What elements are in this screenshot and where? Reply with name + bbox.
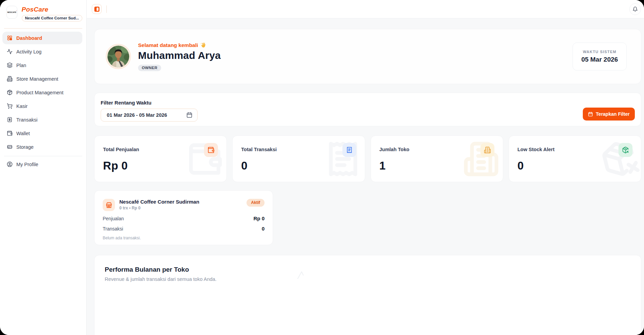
receipt-dollar-icon [7,117,13,123]
stat-label: Low Stock Alert [518,147,632,152]
topbar [87,0,644,18]
sidebar-item-transaksi[interactable]: Transaksi [2,113,82,126]
stat-card-low-stock-alert: Low Stock Alert 0 [509,135,641,182]
active-store-pill[interactable]: Nescafé Coffee Corner Sud... [22,15,82,21]
nescafe-logo: NESCAFE [6,6,17,19]
sidebar-item-label: Transaksi [16,117,37,123]
sidebar-item-label: Dashboard [16,35,42,41]
store-summary-card: Nescafé Coffee Corner Sudirman 0 trx • R… [94,190,273,245]
stat-label: Total Penjualan [103,147,218,152]
package-x-icon [622,146,629,154]
stat-card-jumlah-toko: Jumlah Toko 1 [371,135,503,182]
waving-hand-icon [201,42,206,48]
sidebar-item-dashboard[interactable]: Dashboard [2,32,82,44]
monthly-performance-card: Performa Bulanan per Toko Revenue & juml… [94,255,641,335]
main-content: Selamat datang kembali Muhammad Arya OWN… [87,18,644,335]
stat-value: 0 [518,159,632,172]
stat-value: 1 [379,159,494,172]
wallet-icon [7,130,13,136]
app-title: PosCare [22,6,82,13]
sidebar-item-label: Store Management [16,76,58,82]
receipt-badge [342,143,356,157]
layers-icon [7,62,13,68]
sidebar-item-my-profile[interactable]: My Profile [2,158,82,171]
dashboard-grid-icon [7,35,13,41]
system-time-card: WAKTU SISTEM 05 Mar 2026 [573,43,627,70]
stat-label: Total Transaksi [241,147,356,152]
store-status-badge: Aktif [247,199,265,207]
building-icon [7,76,13,82]
sidebar-item-plan[interactable]: Plan [2,59,82,71]
store-row-transaksi: Transaksi 0 [103,226,265,232]
stat-card-total-transaksi: Total Transaksi 0 [232,135,365,182]
sidebar-item-label: My Profile [16,162,38,167]
filter-title: Filter Rentang Waktu [101,100,635,106]
apply-filter-button[interactable]: Terapkan Filter [583,108,635,121]
chart-ghost-icon [296,270,307,281]
user-name: Muhammad Arya [138,50,221,61]
apply-filter-label: Terapkan Filter [596,111,629,117]
greeting: Selamat datang kembali [138,42,221,48]
store-name: Nescafé Coffee Corner Sudirman [119,199,199,205]
store-row-label: Penjualan [103,216,124,221]
storage-drive-icon [7,144,13,150]
welcome-card: Selamat datang kembali Muhammad Arya OWN… [94,29,641,84]
topbar-divider [106,5,107,13]
sidebar-item-label: Wallet [16,131,30,136]
sidebar-section-divider [4,156,82,156]
storefront-badge [103,199,115,211]
bell-icon [632,6,638,12]
sidebar-item-storage[interactable]: Storage [2,141,82,153]
wallet-icon [207,146,215,154]
sidebar-item-label: Storage [16,144,34,150]
sidebar-item-activity-log[interactable]: Activity Log [2,45,82,58]
role-badge: OWNER [138,65,161,71]
sidebar-item-store-management[interactable]: Store Management [2,73,82,85]
sidebar-item-label: Plan [16,63,26,68]
sidebar: NESCAFE PosCare Nescafé Coffee Corner Su… [0,0,87,335]
panel-toggle-icon [94,6,100,12]
sidebar-header: NESCAFE PosCare Nescafé Coffee Corner Su… [0,0,86,21]
avatar [107,46,129,67]
store-row-value: 0 [262,226,265,232]
date-range-value: 01 Mar 2026 - 05 Mar 2026 [107,112,167,118]
store-empty-note: Belum ada transaksi. [103,236,265,240]
greeting-text: Selamat datang kembali [138,42,198,48]
receipt-icon [346,146,353,154]
nescafe-logo-text: NESCAFE [7,11,16,13]
sidebar-item-kasir[interactable]: Kasir [2,100,82,112]
notifications-button[interactable] [629,3,641,15]
stat-card-total-penjualan: Total Penjualan Rp 0 [94,135,227,182]
storefront-icon [106,202,112,208]
sidebar-item-label: Product Management [16,90,64,95]
stat-value: Rp 0 [103,159,218,172]
date-range-input[interactable]: 01 Mar 2026 - 05 Mar 2026 [101,109,198,122]
shopping-cart-icon [7,103,13,109]
store-meta: 0 trx • Rp 0 [119,206,199,210]
package-x-watermark-icon [597,137,641,181]
system-time-value: 05 Mar 2026 [581,56,618,63]
package-icon [7,90,13,95]
wallet-badge [204,143,218,157]
chart-subtitle: Revenue & jumlah transaksi dari semua to… [105,276,631,282]
activity-pulse-icon [7,49,13,54]
chart-title: Performa Bulanan per Toko [105,266,631,273]
calendar-icon [186,112,192,118]
sidebar-item-product-management[interactable]: Product Management [2,86,82,99]
system-time-label: WAKTU SISTEM [583,50,616,54]
app-window: NESCAFE PosCare Nescafé Coffee Corner Su… [0,0,644,335]
calendar-icon [588,112,593,117]
store-row-penjualan: Penjualan Rp 0 [103,216,265,221]
sidebar-item-label: Activity Log [16,49,41,54]
filter-card: Filter Rentang Waktu 01 Mar 2026 - 05 Ma… [94,93,641,126]
store-row-value: Rp 0 [253,216,265,221]
building-badge [480,143,494,157]
building-icon [484,146,491,154]
package-x-badge [618,143,632,157]
sidebar-divider [4,28,82,29]
user-circle-icon [7,161,13,167]
sidebar-item-label: Kasir [16,103,28,109]
sidebar-item-wallet[interactable]: Wallet [2,127,82,140]
sidebar-toggle-button[interactable] [92,4,102,14]
stat-value: 0 [241,159,356,172]
